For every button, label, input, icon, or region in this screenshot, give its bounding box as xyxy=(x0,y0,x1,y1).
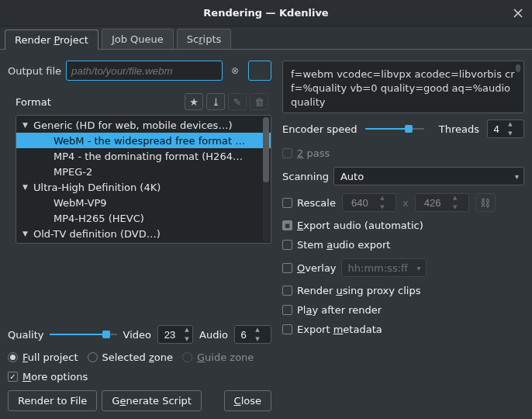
encoder-speed-label: Encoder speed xyxy=(282,123,358,135)
spin-up-icon[interactable]: ▲ xyxy=(450,193,461,203)
clear-input-icon[interactable]: ⊗ xyxy=(231,65,239,76)
tree-group-uhd[interactable]: ▼Ultra-High Definition (4K) xyxy=(16,179,271,195)
rescale-width-input[interactable] xyxy=(343,194,377,211)
scanning-label: Scanning xyxy=(282,171,329,182)
tab-bar: Render Project Job Queue Scripts xyxy=(0,26,532,50)
spin-down-icon[interactable]: ▼ xyxy=(505,129,516,138)
spin-up-icon[interactable]: ▲ xyxy=(181,325,192,334)
scrollbar-thumb[interactable] xyxy=(263,117,269,182)
tab-scripts[interactable]: Scripts xyxy=(177,29,232,49)
overlay-select[interactable]: hh:mm:ss:ff xyxy=(341,258,427,277)
rescale-height-input[interactable] xyxy=(416,194,450,211)
download-icon: ⤓ xyxy=(212,96,220,108)
title-bar: Rendering — Kdenlive xyxy=(0,0,532,26)
checkbox-stem-audio[interactable]: Stem audio export xyxy=(282,239,524,251)
audio-quality-spinner[interactable]: ▲▼ xyxy=(234,325,271,344)
trash-icon: 🗑 xyxy=(254,96,264,108)
encoder-params-box[interactable]: f=webm vcodec=libvpx acodec=libvorbis cr… xyxy=(282,61,524,113)
generate-script-button[interactable]: Generate Script xyxy=(102,390,202,411)
chevron-down-icon: ▼ xyxy=(22,121,33,129)
folder-icon xyxy=(254,66,265,75)
tab-job-queue[interactable]: Job Queue xyxy=(102,29,174,49)
checkbox-proxy[interactable]: Render using proxy clips xyxy=(282,285,524,296)
download-preset-button[interactable]: ⤓ xyxy=(206,93,225,110)
spin-up-icon[interactable]: ▲ xyxy=(377,193,388,203)
format-tree-scrollbar[interactable] xyxy=(263,117,269,241)
tree-item-webmvp9[interactable]: WebM-VP9 xyxy=(16,195,271,210)
checkbox-export-audio[interactable]: Export audio (automatic) xyxy=(282,220,524,231)
tree-group-oldtv[interactable]: ▼Old-TV definition (DVD…) xyxy=(16,226,271,241)
spin-down-icon[interactable]: ▼ xyxy=(377,203,388,212)
aspect-lock-button[interactable]: ⛓ xyxy=(475,193,496,212)
tree-item-vob[interactable]: VOB (DVD) xyxy=(16,241,271,244)
tree-item-mp4[interactable]: MP4 - the dominating format (H264… xyxy=(16,148,271,164)
scanning-select[interactable]: Auto xyxy=(333,167,524,185)
window-close-button[interactable] xyxy=(510,5,526,21)
params-scrollbar[interactable] xyxy=(516,64,520,72)
pencil-icon: ✎ xyxy=(233,96,242,108)
chevron-down-icon: ▼ xyxy=(22,230,33,237)
checkbox-export-metadata[interactable]: Export metadata xyxy=(282,324,524,335)
output-file-input[interactable] xyxy=(66,61,223,81)
favorite-button[interactable]: ★ xyxy=(185,93,203,110)
spin-down-icon[interactable]: ▼ xyxy=(450,203,461,212)
spin-down-icon[interactable]: ▼ xyxy=(181,334,192,344)
checkbox-rescale[interactable]: Rescale xyxy=(282,197,336,209)
encoder-params-text: f=webm vcodec=libvpx acodec=libvorbis cr… xyxy=(291,68,515,108)
close-button[interactable]: Close xyxy=(224,390,271,411)
link-icon: ⛓ xyxy=(480,197,490,209)
tab-render-project[interactable]: Render Project xyxy=(5,29,98,50)
checkbox-more-options[interactable]: More options xyxy=(8,371,271,383)
checkbox-overlay[interactable]: Overlay xyxy=(282,262,337,274)
quality-label: Quality xyxy=(8,329,43,341)
threads-input[interactable] xyxy=(488,120,505,137)
spin-up-icon[interactable]: ▲ xyxy=(252,325,263,334)
tree-item-mpeg2[interactable]: MPEG-2 xyxy=(16,164,271,179)
threads-label: Threads xyxy=(439,123,479,135)
output-file-row: Output file ⊗ xyxy=(8,61,271,81)
format-label: Format xyxy=(16,96,51,108)
encoder-speed-slider[interactable] xyxy=(365,123,424,134)
radio-guide-zone[interactable]: Guide zone xyxy=(182,351,254,363)
close-icon xyxy=(513,9,523,18)
spin-up-icon[interactable]: ▲ xyxy=(505,119,516,129)
dimension-x: x xyxy=(402,197,409,209)
format-panel: Format ★ ⤓ ✎ 🗑 ▼Generic (HD for web, mob… xyxy=(8,88,271,317)
format-tree[interactable]: ▼Generic (HD for web, mobile devices…) W… xyxy=(16,115,271,244)
quality-slider[interactable] xyxy=(50,329,116,340)
chevron-down-icon: ▼ xyxy=(22,183,33,191)
video-quality-input[interactable] xyxy=(158,326,181,343)
radio-full-project[interactable]: Full project xyxy=(8,351,78,363)
tree-item-mp4h265[interactable]: MP4-H265 (HEVC) xyxy=(16,210,271,226)
browse-button[interactable] xyxy=(248,61,271,81)
delete-preset-button[interactable]: 🗑 xyxy=(250,93,268,110)
checkbox-play-after[interactable]: Play after render xyxy=(282,304,524,316)
video-quality-spinner[interactable]: ▲▼ xyxy=(157,325,193,344)
audio-quality-input[interactable] xyxy=(235,326,252,343)
threads-spinner[interactable]: ▲▼ xyxy=(487,119,524,138)
spin-down-icon[interactable]: ▼ xyxy=(252,334,263,344)
tree-group-generic[interactable]: ▼Generic (HD for web, mobile devices…) xyxy=(16,117,271,133)
audio-label: Audio xyxy=(199,329,228,341)
video-label: Video xyxy=(123,329,151,341)
output-file-label: Output file xyxy=(8,65,61,77)
render-to-file-button[interactable]: Render to File xyxy=(8,390,97,411)
checkbox-two-pass[interactable]: 2 pass xyxy=(282,147,524,159)
radio-selected-zone[interactable]: Selected zone xyxy=(88,351,174,363)
star-icon: ★ xyxy=(189,96,199,108)
rescale-height-spinner[interactable]: ▲▼ xyxy=(415,193,469,212)
edit-preset-button[interactable]: ✎ xyxy=(228,93,247,110)
tree-item-webm[interactable]: WebM - the widespread free format … xyxy=(16,133,271,148)
rescale-width-spinner[interactable]: ▲▼ xyxy=(342,193,396,212)
window-title: Rendering — Kdenlive xyxy=(203,7,328,19)
